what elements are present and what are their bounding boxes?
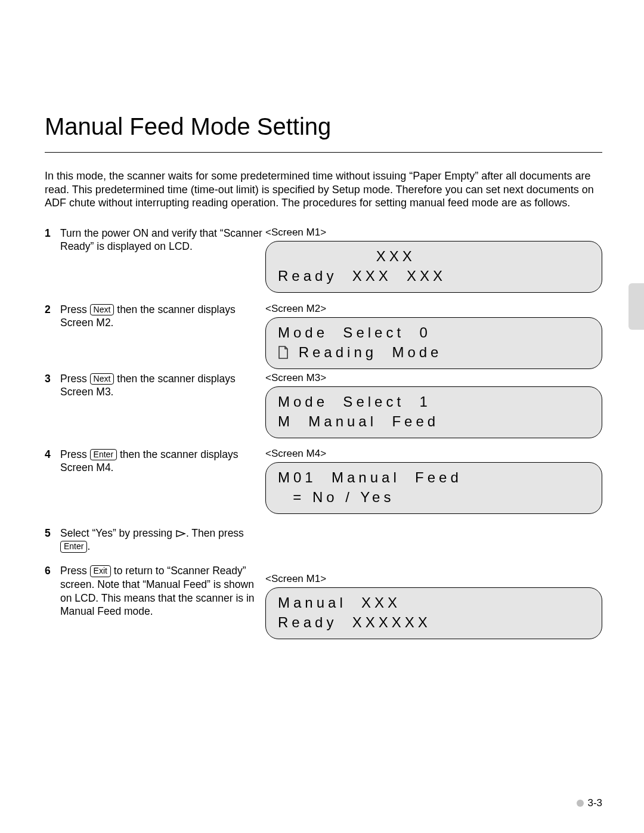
lcd-display: Manual XXX Ready XXXXXX [265,587,602,639]
lcd-display: XXX Ready XXX XXX [265,241,602,293]
screen-label: <Screen M4> [265,448,602,460]
step-4: 4 Press Enter then the scanner displays … [45,448,265,527]
step-3: 3 Press Next then the scanner displays S… [45,372,265,448]
step-1: 1 Turn the power ON and verify that “Sca… [45,227,265,303]
screen-label: <Screen M2> [265,303,602,315]
step-text: Press Next then the scanner displays Scr… [60,373,236,398]
lcd-display: M01 Manual Feed = No / Yes [265,462,602,514]
lcd-display: Mode Select 0 Reading Mode [265,317,602,369]
document-icon [278,346,289,359]
step-number: 3 [45,372,51,386]
screen-m3: <Screen M3> Mode Select 1 M Manual Feed [265,372,602,448]
steps-column: 1 Turn the power ON and verify that “Sca… [45,227,265,619]
next-key: Next [90,373,114,385]
enter-key: Enter [90,449,117,461]
screen-m1: <Screen M1> XXX Ready XXX XXX [265,227,602,303]
screen-m1-final: <Screen M1> Manual XXX Ready XXXXXX [265,573,602,639]
page-title: Manual Feed Mode Setting [45,113,602,140]
step-text: Select “Yes” by pressing . Then press En… [60,527,244,553]
screen-m4: <Screen M4> M01 Manual Feed = No / Yes [265,448,602,573]
page-number: 3-3 [577,797,602,809]
arrow-right-icon [175,529,186,538]
step-5: 5 Select “Yes” by pressing . Then press … [45,527,265,554]
section-tab [628,283,644,330]
step-number: 1 [45,227,51,240]
content-columns: 1 Turn the power ON and verify that “Sca… [45,227,602,639]
lcd-display: Mode Select 1 M Manual Feed [265,386,602,438]
step-text: Turn the power ON and verify that “Scann… [60,227,262,253]
step-number: 4 [45,448,51,462]
svg-marker-0 [177,531,185,537]
screen-label: <Screen M1> [265,573,602,585]
title-rule [45,152,602,153]
step-number: 5 [45,527,51,540]
step-text: Press Enter then the scanner displays Sc… [60,448,238,474]
step-number: 6 [45,564,51,578]
step-2: 2 Press Next then the scanner displays S… [45,303,265,372]
screen-m2: <Screen M2> Mode Select 0 Reading Mode [265,303,602,372]
step-6: 6 Press Exit to return to “Scanner Ready… [45,564,265,618]
screen-label: <Screen M3> [265,372,602,384]
enter-key: Enter [60,541,87,553]
step-text: Press Next then the scanner displays Scr… [60,304,236,329]
step-number: 2 [45,303,51,317]
next-key: Next [90,304,114,316]
page-dot-icon [577,800,584,807]
step-text: Press Exit to return to “Scanner Ready” … [60,565,255,617]
screens-column: <Screen M1> XXX Ready XXX XXX <Screen M2… [265,227,602,639]
manual-page: Manual Feed Mode Setting In this mode, t… [0,0,644,833]
intro-paragraph: In this mode, the scanner waits for some… [45,169,602,210]
exit-key: Exit [90,565,111,577]
screen-label: <Screen M1> [265,227,602,239]
